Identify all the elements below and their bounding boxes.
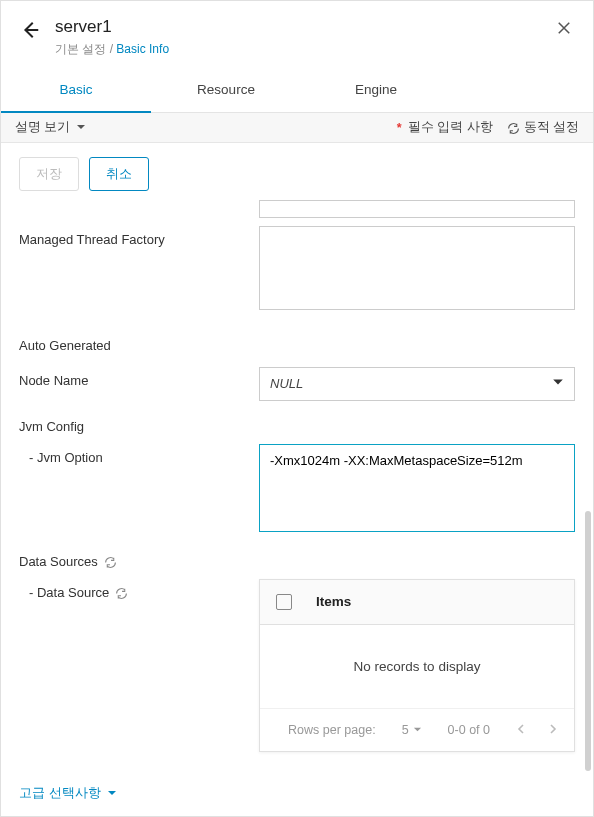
table-empty-message: No records to display: [260, 625, 574, 708]
node-name-value: NULL: [270, 376, 303, 391]
breadcrumb-sep: /: [106, 42, 116, 56]
tab-engine[interactable]: Engine: [301, 68, 451, 112]
scrollbar-thumb[interactable]: [585, 511, 591, 771]
view-mode-toggle[interactable]: 설명 보기: [15, 119, 86, 136]
select-all-checkbox[interactable]: [276, 594, 292, 610]
refresh-icon[interactable]: [104, 554, 117, 569]
close-icon[interactable]: [553, 17, 575, 43]
data-source-table: Items No records to display Rows per pag…: [259, 579, 575, 752]
breadcrumb-current: Basic Info: [116, 42, 169, 56]
pagination-range: 0-0 of 0: [448, 723, 490, 737]
chevron-down-icon: [76, 121, 86, 135]
column-items: Items: [316, 594, 351, 609]
jvm-option-label: - Jvm Option: [19, 444, 259, 465]
data-source-label: - Data Source: [19, 579, 259, 600]
required-label: 필수 입력 사항: [408, 119, 493, 136]
managed-thread-factory-label: Managed Thread Factory: [19, 226, 259, 247]
prev-field-input[interactable]: [259, 200, 575, 218]
save-button: 저장: [19, 157, 79, 191]
advanced-options-toggle[interactable]: 고급 선택사항: [19, 784, 117, 802]
tabs: Basic Resource Engine: [1, 68, 593, 113]
rows-per-page-label: Rows per page:: [288, 723, 376, 737]
refresh-icon: [507, 120, 520, 134]
breadcrumb: 기본 설정 / Basic Info: [55, 41, 553, 58]
tab-basic[interactable]: Basic: [1, 68, 151, 113]
dynamic-label: 동적 설정: [524, 119, 579, 136]
managed-thread-factory-input[interactable]: [259, 226, 575, 310]
rows-per-page-select[interactable]: 5: [402, 723, 422, 737]
node-name-label: Node Name: [19, 367, 259, 388]
back-arrow-icon[interactable]: [19, 19, 41, 41]
breadcrumb-parent: 기본 설정: [55, 42, 106, 56]
cancel-button[interactable]: 취소: [89, 157, 149, 191]
node-name-select[interactable]: NULL: [259, 367, 575, 401]
refresh-icon[interactable]: [115, 585, 128, 600]
next-page-button[interactable]: [548, 723, 558, 737]
auto-generated-label: Auto Generated: [19, 332, 259, 353]
view-mode-label: 설명 보기: [15, 119, 70, 136]
data-sources-label: Data Sources: [19, 554, 575, 569]
chevron-down-icon: [552, 376, 564, 391]
jvm-option-input[interactable]: [259, 444, 575, 532]
tab-resource[interactable]: Resource: [151, 68, 301, 112]
required-asterisk-icon: *: [397, 121, 402, 135]
scrollbar[interactable]: [585, 511, 591, 791]
jvm-config-label: Jvm Config: [19, 419, 575, 434]
page-title: server1: [55, 17, 553, 37]
prev-page-button[interactable]: [516, 723, 526, 737]
